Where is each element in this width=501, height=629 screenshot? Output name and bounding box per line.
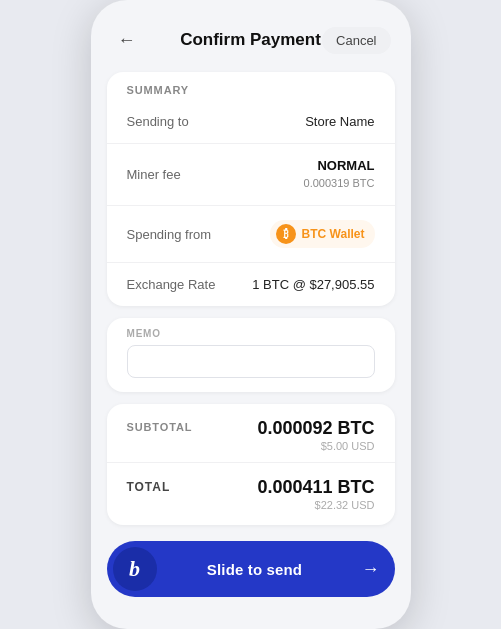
summary-heading: SUMMARY	[107, 72, 395, 100]
cancel-button[interactable]: Cancel	[322, 27, 390, 54]
page-title: Confirm Payment	[180, 30, 321, 50]
subtotal-label: SUBTOTAL	[127, 418, 193, 433]
sending-to-label: Sending to	[127, 114, 189, 129]
phone-frame: ← Confirm Payment Cancel SUMMARY Sending…	[91, 0, 411, 629]
sending-to-row: Sending to Store Name	[107, 100, 395, 144]
spending-from-row: Spending from ₿ BTC Wallet	[107, 206, 395, 263]
total-usd: $22.32 USD	[257, 499, 374, 511]
miner-fee-value: NORMAL 0.000319 BTC	[304, 158, 375, 191]
back-button[interactable]: ←	[111, 24, 143, 56]
miner-fee-btc: 0.000319 BTC	[304, 177, 375, 189]
memo-section: MEMO	[107, 318, 395, 392]
subtotal-usd: $5.00 USD	[257, 440, 374, 452]
miner-fee-row: Miner fee NORMAL 0.000319 BTC	[107, 144, 395, 206]
wallet-badge: ₿ BTC Wallet	[270, 220, 375, 248]
miner-fee-tier: NORMAL	[304, 158, 375, 173]
slide-to-send-button[interactable]: b Slide to send →	[107, 541, 395, 597]
memo-input[interactable]	[127, 345, 375, 378]
total-label: TOTAL	[127, 477, 171, 494]
slide-arrow-icon: →	[353, 551, 389, 587]
exchange-rate-label: Exchange Rate	[127, 277, 216, 292]
slide-brand-icon: b	[129, 556, 140, 582]
back-icon: ←	[118, 30, 136, 51]
miner-fee-label: Miner fee	[127, 167, 181, 182]
subtotal-row: SUBTOTAL 0.000092 BTC $5.00 USD	[107, 404, 395, 463]
bitcoin-icon: ₿	[276, 224, 296, 244]
total-amount: 0.000411 BTC $22.32 USD	[257, 477, 374, 511]
memo-label: MEMO	[127, 328, 375, 339]
totals-card: SUBTOTAL 0.000092 BTC $5.00 USD TOTAL 0.…	[107, 404, 395, 525]
header: ← Confirm Payment Cancel	[91, 24, 411, 72]
total-row: TOTAL 0.000411 BTC $22.32 USD	[107, 463, 395, 525]
slide-label: Slide to send	[157, 561, 353, 578]
exchange-rate-row: Exchange Rate 1 BTC @ $27,905.55	[107, 263, 395, 306]
exchange-rate-value: 1 BTC @ $27,905.55	[252, 277, 374, 292]
wallet-name: BTC Wallet	[302, 227, 365, 241]
sending-to-value: Store Name	[305, 114, 374, 129]
total-btc: 0.000411 BTC	[257, 477, 374, 498]
subtotal-amount: 0.000092 BTC $5.00 USD	[257, 418, 374, 452]
subtotal-btc: 0.000092 BTC	[257, 418, 374, 439]
summary-card: SUMMARY Sending to Store Name Miner fee …	[107, 72, 395, 306]
spending-from-label: Spending from	[127, 227, 212, 242]
slide-icon-circle: b	[113, 547, 157, 591]
